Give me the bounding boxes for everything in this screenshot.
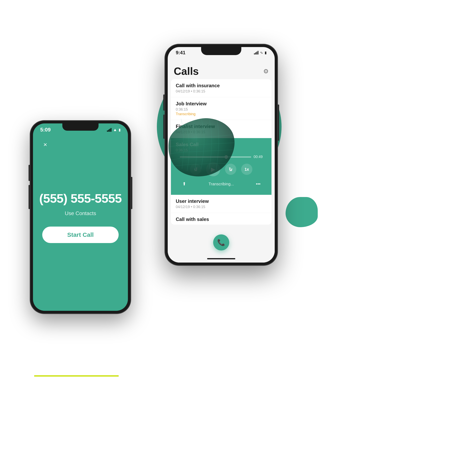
call-item-call-with-sales[interactable]: Call with sales [171,213,271,225]
close-icon: × [43,141,47,148]
call-item-title: Call with sales [176,217,267,222]
left-phone-notch [62,123,99,131]
calls-header: Calls ⚙ [168,61,275,79]
use-contacts-link[interactable]: Use Contacts [65,210,96,217]
transcribing-status: Transcribing... [209,182,234,186]
settings-gear-icon[interactable]: ⚙ [263,68,269,75]
call-item-title: Call with insurance [176,83,267,89]
call-item-user-interview[interactable]: User interview 04/12/19 • 0:36:15 [171,195,271,213]
call-item-title: User interview [176,198,267,204]
speed-label: 1x [245,167,249,172]
blob-3d-decoration [165,115,237,181]
left-phone-frame: 5:09 ▲ ▮ × (555) 555-5555 Use [30,121,131,314]
more-options-button[interactable]: ••• [254,180,263,188]
left-phone: 5:09 ▲ ▮ × (555) 555-5555 Use [30,121,131,314]
left-phone-screen: 5:09 ▲ ▮ × (555) 555-5555 Use [33,123,128,311]
right-wifi-icon: ∿ [260,51,263,55]
volume-up-button [28,165,30,181]
power-button [131,177,132,209]
call-item-meta: 04/12/19 • 0:36:15 [176,205,267,209]
left-phone-time: 5:09 [40,127,51,133]
new-call-fab-button[interactable]: 📞 [213,234,229,250]
phone-call-icon: 📞 [217,239,225,246]
playback-speed-button[interactable]: 1x [241,164,252,175]
phone-number-display: (555) 555-5555 [39,191,122,206]
share-icon: ⬆ [182,181,186,187]
left-status-icons: ▲ ▮ [107,128,121,132]
right-status-bar: 9:41 ∿ ▮ [168,50,275,55]
right-battery-icon: ▮ [265,51,267,55]
lime-accent-line [34,375,119,376]
call-item-meta: 0:36:15 [176,107,267,112]
left-phone-bg: 5:09 ▲ ▮ × (555) 555-5555 Use [33,123,128,311]
home-indicator [207,258,235,259]
close-button[interactable]: × [40,140,50,150]
right-status-icons: ∿ ▮ [254,51,267,55]
signal-icon [107,128,111,132]
right-phone-time: 9:41 [176,50,185,55]
blob-small-decoration [286,197,318,227]
call-item-insurance[interactable]: Call with insurance 04/12/19 • 0:36:15 [171,79,271,97]
calls-page-title: Calls [174,65,199,77]
right-signal-icon [254,51,258,54]
call-item-title: Job Interview [176,101,267,106]
right-volume-down [163,115,164,139]
battery-icon: ▮ [119,128,121,132]
start-call-button[interactable]: Start Call [42,227,119,243]
right-volume-up [163,94,164,111]
progress-time: 00:49 [254,155,263,159]
right-power-button [278,104,279,141]
call-item-meta: 04/12/19 • 0:36:15 [176,89,267,93]
volume-down-button [28,185,30,209]
more-dots-icon: ••• [256,181,260,187]
wifi-icon: ▲ [113,128,117,132]
